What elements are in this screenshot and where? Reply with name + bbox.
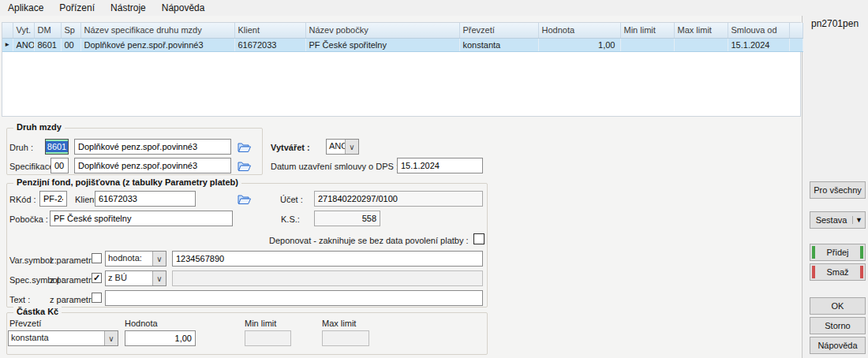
cell-pobocka[interactable]: PF České spořitelny xyxy=(305,38,459,51)
castka-max-limit-label: Max limit xyxy=(322,319,356,328)
ok-button[interactable]: OK xyxy=(810,297,866,315)
rkod-field[interactable] xyxy=(39,191,67,207)
cell-prevzeti[interactable]: konstanta xyxy=(459,38,538,51)
text-z-parametru-checkbox[interactable] xyxy=(92,293,102,303)
var-z-parametru-label: z parametrů xyxy=(50,255,96,265)
table-row[interactable]: ► ANO 8601 00 Doplňkové penz.spoř.povinn… xyxy=(2,38,803,51)
sestava-button-label[interactable]: Sestava xyxy=(810,215,852,225)
grid-header-nazev[interactable]: Název specifikace druhu mzdy xyxy=(80,23,234,38)
castka-min-limit-field xyxy=(245,330,291,346)
records-grid[interactable]: Vyt. DM Sp Název specifikace druhu mzdy … xyxy=(2,22,801,117)
grid-header-hodnota[interactable]: Hodnota xyxy=(538,23,620,38)
grid-header-prevzeti[interactable]: Převzetí xyxy=(459,23,538,38)
grid-header-pobocka[interactable]: Název pobočky xyxy=(305,23,459,38)
grid-header-indicator xyxy=(2,23,13,38)
group-castka-kc-title: Částka Kč xyxy=(13,307,62,316)
specifikace-name-field[interactable] xyxy=(74,158,231,173)
specifikace-folder-lookup-icon[interactable] xyxy=(237,158,252,173)
rkod-label: RKód : xyxy=(9,195,36,204)
group-penzijni-fond-title: Penzijní fond, pojišťovna (z tabulky Par… xyxy=(13,177,241,187)
cell-vyt[interactable]: ANO xyxy=(13,38,34,51)
ucet-label: Účet : xyxy=(280,195,303,204)
smaz-button[interactable]: Smaž xyxy=(810,263,866,281)
grid-header-min-limit[interactable]: Min limit xyxy=(620,23,674,38)
spec-mode-select[interactable]: z BÚ ∨ xyxy=(105,270,166,286)
grid-header-klient[interactable]: Klient xyxy=(234,23,305,38)
castka-prevzeti-select[interactable]: konstanta ∨ xyxy=(8,330,118,346)
spec-symbol-field xyxy=(172,270,483,286)
castka-min-limit-label: Min limit xyxy=(245,319,276,328)
grid-header-smlouva-od[interactable]: Smlouva od xyxy=(728,23,789,38)
vytvaret-label: Vytvářet : xyxy=(271,143,310,152)
group-druh-mzdy-title: Druh mzdy xyxy=(13,122,65,132)
cell-klient[interactable]: 61672033 xyxy=(234,38,305,51)
var-mode-select[interactable]: hodnota: ∨ xyxy=(105,251,166,267)
cell-max-limit[interactable] xyxy=(674,38,728,51)
text-z-parametru-label: z parametrů xyxy=(50,295,96,304)
grid-header-filler xyxy=(789,23,803,38)
druh-label: Druh : xyxy=(9,143,33,152)
sestava-dropdown-arrow-icon[interactable]: ▼ xyxy=(852,216,865,224)
application-window: Aplikace Pořízení Nástroje Nápověda pn27… xyxy=(0,0,868,358)
cell-nazev[interactable]: Doplňkové penz.spoř.povinné3 xyxy=(80,38,234,51)
grid-header-max-limit[interactable]: Max limit xyxy=(674,23,728,38)
grid-header-row: Vyt. DM Sp Název specifikace druhu mzdy … xyxy=(2,23,803,38)
var-z-parametru-checkbox[interactable] xyxy=(92,253,102,263)
druh-name-field[interactable] xyxy=(74,139,231,155)
druh-code-selected-text: 8601 xyxy=(46,141,68,152)
storno-button[interactable]: Storno xyxy=(810,317,866,334)
cell-filler xyxy=(789,38,803,51)
castka-max-limit-field xyxy=(322,330,369,346)
deponovat-label: Deponovat - zaknihuje se bez data povole… xyxy=(269,236,469,245)
grid-header-dm[interactable]: DM xyxy=(34,23,61,38)
vytvaret-value: ANO xyxy=(327,140,345,154)
spec-z-parametru-checkbox[interactable]: ✓ xyxy=(92,273,102,283)
castka-hodnota-label: Hodnota xyxy=(125,319,158,328)
datum-dps-field[interactable] xyxy=(397,158,483,173)
text-field[interactable] xyxy=(105,290,483,306)
pobocka-field[interactable] xyxy=(50,211,233,226)
spec-mode-value: z BÚ xyxy=(106,271,152,285)
pobocka-label: Pobočka : xyxy=(9,214,48,224)
klient-folder-lookup-icon[interactable] xyxy=(237,192,252,206)
var-mode-value: hodnota: xyxy=(106,252,152,266)
grid-header-vyt[interactable]: Vyt. xyxy=(13,23,34,38)
chevron-down-icon[interactable]: ∨ xyxy=(152,271,166,285)
datum-dps-label: Datum uzavření smlouvy o DPS : xyxy=(271,162,398,171)
menu-bar: Aplikace Pořízení Nástroje Nápověda xyxy=(0,0,868,16)
menu-napoveda[interactable]: Nápověda xyxy=(154,0,213,16)
klient-field[interactable] xyxy=(95,191,196,207)
napoveda-button[interactable]: Nápověda xyxy=(810,337,866,354)
cell-hodnota[interactable]: 1,00 xyxy=(538,38,620,51)
menu-porizeni[interactable]: Pořízení xyxy=(51,0,103,16)
sestava-button[interactable]: Sestava ▼ xyxy=(810,211,866,229)
ks-field xyxy=(314,211,380,226)
chevron-down-icon[interactable]: ∨ xyxy=(152,252,166,266)
druh-folder-lookup-icon[interactable] xyxy=(237,140,252,154)
chevron-down-icon[interactable]: ∨ xyxy=(104,331,118,345)
druh-code-field[interactable]: 8601 xyxy=(45,139,69,155)
chevron-down-icon[interactable]: ∨ xyxy=(345,140,358,154)
menu-aplikace[interactable]: Aplikace xyxy=(0,0,51,16)
specifikace-code-field[interactable] xyxy=(51,158,69,173)
cell-min-limit[interactable] xyxy=(620,38,674,51)
grid-header-sp[interactable]: Sp xyxy=(61,23,80,38)
castka-prevzeti-value: konstanta xyxy=(9,331,104,345)
pro-vsechny-button[interactable]: Pro všechny xyxy=(810,181,866,199)
castka-prevzeti-label: Převzetí xyxy=(9,319,41,328)
text-label: Text : xyxy=(9,295,30,304)
spec-z-parametru-label: z parametrů xyxy=(50,275,96,285)
ks-label: K.S.: xyxy=(281,214,300,224)
row-indicator-icon: ► xyxy=(2,38,13,51)
cell-sp[interactable]: 00 xyxy=(61,38,80,51)
cell-smlouva-od[interactable]: 15.1.2024 xyxy=(728,38,789,51)
var-symbol-field[interactable] xyxy=(172,251,483,267)
form-id-label: pn2701pen xyxy=(811,18,859,29)
vytvaret-select[interactable]: ANO ∨ xyxy=(326,139,359,155)
castka-hodnota-field[interactable] xyxy=(125,330,196,346)
ucet-field xyxy=(314,191,483,207)
deponovat-checkbox[interactable] xyxy=(473,233,485,244)
cell-dm[interactable]: 8601 xyxy=(34,38,61,51)
menu-nastroje[interactable]: Nástroje xyxy=(103,0,154,16)
pridej-button[interactable]: Přidej xyxy=(810,244,866,261)
